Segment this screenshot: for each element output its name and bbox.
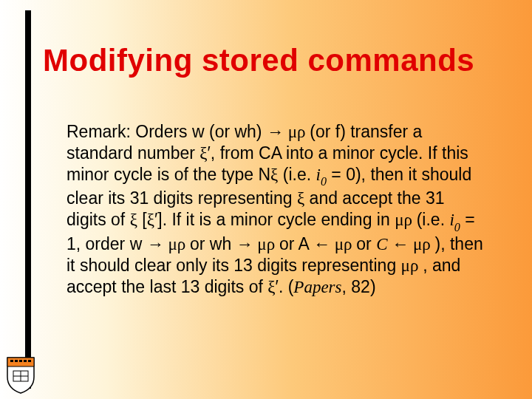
text: If it is a minor cycle ending in: [171, 210, 395, 229]
text: , 82): [342, 277, 376, 296]
bracket: ].: [157, 210, 171, 229]
arrow-right-icon: →: [147, 235, 164, 253]
shield-crest-icon: [4, 355, 37, 395]
vertical-rule: [25, 10, 31, 389]
arrow-right-icon: →: [236, 235, 253, 253]
text: (i.e.: [417, 210, 450, 229]
text: or: [356, 234, 376, 253]
text: (i.e.: [278, 165, 316, 184]
i: i: [316, 166, 321, 184]
mu-rho: μρ: [395, 211, 417, 229]
xi: ξ: [297, 189, 304, 208]
slide-body: Remark: Orders w (or wh) → μρ (or f) tra…: [66, 121, 488, 298]
mu-rho: μρ: [164, 235, 190, 253]
arrow-right-icon: →: [267, 123, 284, 141]
mu-rho: μρ: [330, 235, 356, 253]
text: or: [279, 234, 299, 253]
xi: ξ: [147, 211, 154, 229]
mu-rho: μρ: [284, 123, 310, 141]
text: Remark: Orders w (or wh): [66, 122, 267, 141]
xi: ξ: [267, 278, 275, 296]
text: A: [299, 234, 313, 253]
arrow-left-icon: ←: [392, 235, 409, 253]
mu-rho: μρ: [253, 235, 279, 253]
text: or: [190, 234, 210, 253]
slide: Modifying stored commands Remark: Orders…: [0, 0, 532, 399]
xi: ξ: [270, 166, 278, 184]
citation: Papers: [293, 278, 341, 296]
text: C: [376, 235, 392, 253]
arrow-left-icon: ←: [313, 235, 330, 253]
subscript-zero: 0: [454, 221, 460, 233]
slide-title: Modifying stored commands: [43, 44, 516, 77]
mu-rho: μρ: [401, 256, 423, 275]
subscript-zero: 0: [321, 175, 327, 188]
xi: ξ: [200, 144, 207, 163]
bracket: [: [137, 210, 147, 229]
mu-rho: μρ: [409, 235, 434, 253]
i: i: [449, 211, 454, 229]
text: wh: [210, 234, 236, 253]
text: . (: [279, 277, 293, 296]
xi: ξ: [130, 211, 137, 229]
